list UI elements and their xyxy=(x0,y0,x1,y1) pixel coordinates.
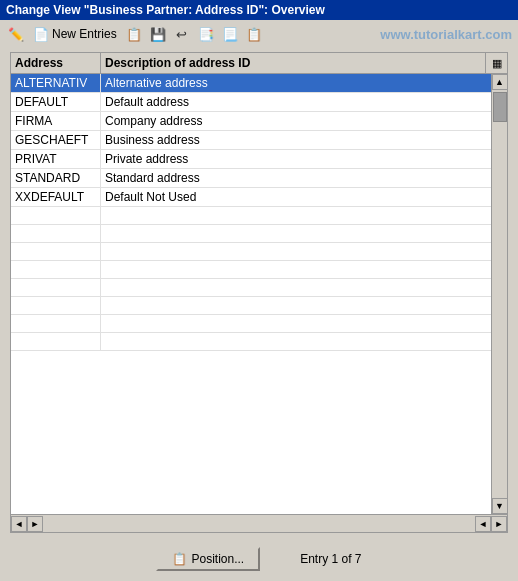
bottom-bar: 📋 Position... Entry 1 of 7 xyxy=(0,537,518,581)
empty-row xyxy=(11,333,491,351)
table-row[interactable]: ALTERNATIV Alternative address xyxy=(11,74,491,93)
table-rows: ALTERNATIV Alternative address DEFAULT D… xyxy=(11,74,491,514)
data-table: Address Description of address ID ▦ ALTE… xyxy=(10,52,508,533)
empty-row xyxy=(11,225,491,243)
empty-row xyxy=(11,243,491,261)
table-header: Address Description of address ID ▦ xyxy=(11,53,507,74)
scroll-left-button[interactable]: ◄ xyxy=(11,516,27,532)
grid-icon[interactable]: ▦ xyxy=(485,53,507,73)
empty-row xyxy=(11,207,491,225)
table-footer: ◄ ► ◄ ► xyxy=(11,514,507,532)
position-button[interactable]: 📋 Position... xyxy=(156,547,260,571)
col-description-header: Description of address ID xyxy=(101,53,485,73)
scroll-h-left: ◄ ► xyxy=(11,515,43,532)
new-entries-icon: 📄 xyxy=(33,27,49,42)
row-description: Default address xyxy=(101,93,491,111)
scroll-up-button[interactable]: ▲ xyxy=(492,74,508,90)
sap-icon[interactable]: ✏️ xyxy=(6,24,26,44)
main-window: Change View "Business Partner: Address I… xyxy=(0,0,518,581)
row-address: XXDEFAULT xyxy=(11,188,101,206)
content-area: Address Description of address ID ▦ ALTE… xyxy=(0,48,518,537)
watermark: www.tutorialkart.com xyxy=(380,27,512,42)
scroll-down-button[interactable]: ▼ xyxy=(492,498,508,514)
table-row[interactable]: DEFAULT Default address xyxy=(11,93,491,112)
table-row[interactable]: PRIVAT Private address xyxy=(11,150,491,169)
position-label: Position... xyxy=(191,552,244,566)
table-row[interactable]: GESCHAEFT Business address xyxy=(11,131,491,150)
empty-row xyxy=(11,297,491,315)
scroll-right-button[interactable]: ► xyxy=(27,516,43,532)
scroll-h-right: ◄ ► xyxy=(475,515,507,532)
row-address: ALTERNATIV xyxy=(11,74,101,92)
row-description: Private address xyxy=(101,150,491,168)
row-description: Alternative address xyxy=(101,74,491,92)
doc2-icon[interactable]: 📃 xyxy=(220,24,240,44)
row-address: PRIVAT xyxy=(11,150,101,168)
title-bar: Change View "Business Partner: Address I… xyxy=(0,0,518,20)
scroll-h-right-btn2[interactable]: ► xyxy=(491,516,507,532)
position-icon: 📋 xyxy=(172,552,187,566)
save-icon[interactable]: 💾 xyxy=(148,24,168,44)
table-row[interactable]: XXDEFAULT Default Not Used xyxy=(11,188,491,207)
new-entries-button[interactable]: 📄 New Entries xyxy=(30,26,120,43)
toolbar: ✏️ 📄 New Entries 📋 💾 ↩ 📑 📃 📋 www.tutoria… xyxy=(0,20,518,48)
row-address: FIRMA xyxy=(11,112,101,130)
row-address: DEFAULT xyxy=(11,93,101,111)
row-description: Default Not Used xyxy=(101,188,491,206)
empty-row xyxy=(11,279,491,297)
table-row[interactable]: FIRMA Company address xyxy=(11,112,491,131)
entry-info: Entry 1 of 7 xyxy=(300,552,361,566)
row-description: Company address xyxy=(101,112,491,130)
row-address: GESCHAEFT xyxy=(11,131,101,149)
table-body: ALTERNATIV Alternative address DEFAULT D… xyxy=(11,74,507,514)
scroll-thumb[interactable] xyxy=(493,92,507,122)
doc3-icon[interactable]: 📋 xyxy=(244,24,264,44)
undo-icon[interactable]: ↩ xyxy=(172,24,192,44)
row-description: Business address xyxy=(101,131,491,149)
window-title: Change View "Business Partner: Address I… xyxy=(6,3,325,17)
scroll-h-right-btn1[interactable]: ◄ xyxy=(475,516,491,532)
row-description: Standard address xyxy=(101,169,491,187)
row-address: STANDARD xyxy=(11,169,101,187)
col-address-header: Address xyxy=(11,53,101,73)
new-entries-label: New Entries xyxy=(52,27,117,41)
empty-row xyxy=(11,315,491,333)
scroll-h-track[interactable] xyxy=(43,515,475,531)
scroll-track[interactable] xyxy=(492,90,508,498)
doc1-icon[interactable]: 📑 xyxy=(196,24,216,44)
empty-row xyxy=(11,261,491,279)
vertical-scrollbar[interactable]: ▲ ▼ xyxy=(491,74,507,514)
copy-icon[interactable]: 📋 xyxy=(124,24,144,44)
table-row[interactable]: STANDARD Standard address xyxy=(11,169,491,188)
